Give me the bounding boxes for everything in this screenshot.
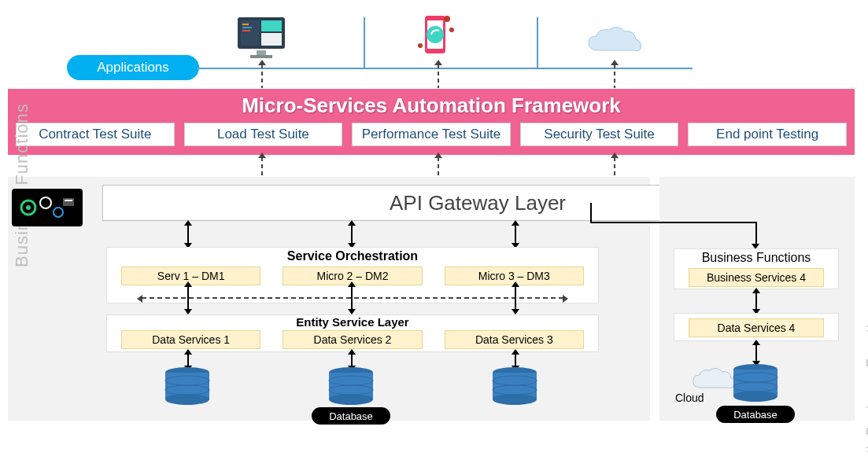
- cloud-small-icon: [689, 366, 737, 393]
- svg-rect-6: [242, 30, 250, 31]
- arrow-bidirectional: [515, 354, 516, 366]
- svg-point-38: [733, 391, 778, 402]
- database-icon: [491, 366, 538, 406]
- database-label: Database: [716, 406, 795, 423]
- svg-point-14: [418, 43, 423, 48]
- svg-rect-7: [257, 50, 266, 55]
- arrow-horizontal-dashed: [142, 297, 563, 299]
- third-party-label: Third Parth Business Functions: [864, 299, 868, 467]
- arrow-bidirectional: [351, 286, 353, 310]
- connector-line: [590, 222, 755, 223]
- arrow-bidirectional: [755, 292, 757, 310]
- cloud-icon: [582, 25, 645, 57]
- api-gateway-label: API Gateway Layer: [390, 191, 566, 215]
- arrow-bidirectional: [351, 354, 353, 366]
- test-suites-row: Contract Test Suite Load Test Suite Perf…: [8, 118, 855, 151]
- arrow-dashed-up: [614, 64, 615, 88]
- cloud-label: Cloud: [675, 392, 704, 404]
- svg-rect-8: [250, 55, 272, 58]
- entity-service-strip: Entity Service Layer Data Services 1 Dat…: [106, 314, 599, 352]
- arrow-bidirectional: [187, 225, 189, 244]
- suite-contract: Contract Test Suite: [16, 123, 175, 146]
- applications-label: Applications: [97, 60, 169, 75]
- svg-rect-2: [261, 20, 282, 31]
- database-icon: [327, 366, 375, 406]
- desktop-app-icon: [230, 14, 293, 61]
- svg-point-33: [493, 394, 537, 405]
- settings-badge-icon: [12, 189, 83, 226]
- svg-rect-5: [242, 27, 252, 28]
- divider-vertical: [537, 17, 538, 69]
- database-label: Database: [312, 407, 390, 425]
- svg-point-18: [54, 208, 63, 217]
- third-party-title: Business Functions: [674, 249, 838, 265]
- suite-performance: Performance Test Suite: [352, 123, 511, 146]
- svg-point-17: [40, 197, 51, 208]
- suite-endpoint: End point Testing: [688, 123, 847, 146]
- mobile-app-icon: [414, 14, 461, 57]
- svg-point-16: [26, 205, 31, 210]
- arrow-bidirectional: [515, 286, 516, 310]
- svg-rect-4: [242, 24, 249, 25]
- svg-point-13: [449, 28, 454, 32]
- database-icon: [732, 363, 779, 403]
- connector-line: [755, 222, 757, 245]
- third-party-data-strip: Data Services 4: [674, 313, 839, 341]
- svg-rect-3: [261, 33, 282, 46]
- entity-service-3: Data Services 3: [445, 330, 584, 349]
- svg-point-12: [444, 16, 450, 22]
- svg-rect-19: [63, 198, 74, 206]
- divider-horizontal: [197, 68, 693, 69]
- suite-security: Security Test Suite: [520, 123, 679, 146]
- orchestration-title: Service Orchestration: [107, 248, 598, 263]
- arrow-dashed-up: [261, 64, 263, 88]
- arrow-bidirectional: [515, 225, 516, 244]
- framework-bar: Micro-Services Automation Framework Cont…: [8, 89, 855, 155]
- arrow-bidirectional: [187, 354, 189, 366]
- entity-service-2: Data Services 2: [283, 330, 422, 349]
- database-icon: [164, 366, 211, 406]
- entity-service-1: Data Services 1: [121, 330, 260, 349]
- connector-line: [590, 203, 592, 222]
- business-functions-label: Business Functions: [12, 103, 32, 267]
- svg-point-23: [165, 394, 209, 405]
- entity-title: Entity Service Layer: [107, 315, 598, 329]
- applications-row: Applications: [0, 8, 868, 83]
- framework-title: Micro-Services Automation Framework: [8, 89, 855, 118]
- arrow-dashed-up: [438, 64, 439, 88]
- arrow-bidirectional: [351, 225, 353, 244]
- service-orchestration-strip: Service Orchestration Serv 1 – DM1 Micro…: [106, 247, 599, 303]
- suite-load: Load Test Suite: [184, 123, 343, 146]
- applications-pill: Applications: [67, 55, 199, 80]
- third-party-data-services: Data Services 4: [689, 318, 824, 337]
- third-party-business-strip: Business Functions Business Services 4: [674, 248, 839, 289]
- divider-vertical: [364, 17, 365, 69]
- third-party-business-services: Business Services 4: [689, 268, 824, 287]
- svg-point-28: [329, 394, 373, 405]
- arrow-bidirectional: [187, 286, 189, 310]
- svg-rect-20: [65, 200, 72, 201]
- arrow-bidirectional: [755, 344, 757, 362]
- svg-point-11: [427, 26, 444, 43]
